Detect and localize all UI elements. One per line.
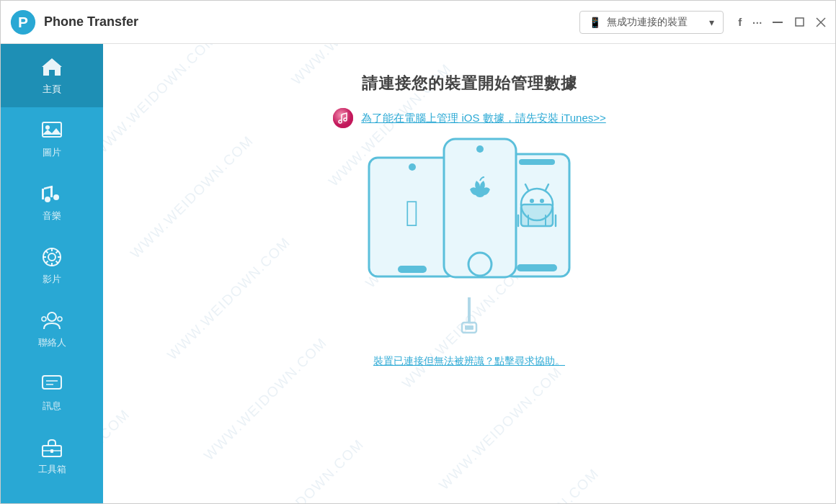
chevron-down-icon: ▾ [709,17,714,28]
sidebar-item-toolbox[interactable]: 工具箱 [1,424,103,487]
devices-illustration:  [365,150,573,283]
sidebar-label-videos: 影片 [43,273,61,286]
minimize-button[interactable] [772,17,783,28]
svg-line-20 [46,261,48,264]
facebook-icon[interactable]: f [738,16,742,28]
itunes-icon [332,107,354,129]
svg-point-49 [540,199,544,203]
sidebar-label-toolbox: 工具箱 [38,463,66,476]
itunes-link-row: 為了能在電腦上管理 iOS 數據，請先安裝 iTunes>> [332,107,606,129]
svg-rect-54 [468,297,471,323]
svg-point-13 [48,253,55,261]
sidebar-label-music: 音樂 [43,210,61,222]
content-area: WWW.WEIDOWN.COMWWW.WEIDOWN.COMWWW.WEIDOW… [103,44,835,503]
svg-rect-2 [773,22,783,23]
device-selector-label: 無成功連接的裝置 [607,16,688,29]
home-icon [40,55,63,78]
svg-point-48 [530,199,534,203]
photos-icon [40,119,63,142]
titlebar: P Phone Transfer 📱 無成功連接的裝置 ▾ f ··· [1,1,835,44]
sidebar-item-music[interactable]: 音樂 [1,171,103,234]
contacts-icon [40,309,63,332]
device-selector-phone-icon: 📱 [589,17,601,28]
svg-point-34 [409,163,416,171]
messages-icon [40,372,63,395]
sidebar: 主頁 圖片 音樂 [1,44,103,503]
svg-line-21 [56,251,58,253]
svg-point-32 [333,108,353,128]
main-layout: 主頁 圖片 音樂 [1,44,835,503]
svg-line-18 [46,251,48,253]
content-inner: 請連接您的裝置開始管理數據 [117,73,821,368]
sidebar-label-contacts: 聯絡人 [38,336,66,349]
app-title: Phone Transfer [44,14,579,30]
itunes-link[interactable]: 為了能在電腦上管理 iOS 數據，請先安裝 iTunes>> [361,112,606,125]
videos-icon [40,246,63,269]
svg-point-9 [53,194,59,200]
app-logo: P [9,9,37,36]
svg-point-22 [48,312,56,321]
svg-point-38 [476,145,484,153]
sidebar-label-messages: 訊息 [43,400,61,413]
usb-area [455,297,484,341]
toolbox-icon [40,436,63,459]
sidebar-item-messages[interactable]: 訊息 [1,361,103,424]
svg-text:P: P [18,13,28,30]
titlebar-actions: f ··· [738,14,827,30]
svg-point-23 [42,317,46,321]
svg-point-8 [45,197,50,202]
maximize-button[interactable] [793,17,805,28]
sidebar-item-home[interactable]: 主頁 [1,44,103,107]
ios-phone-device [441,136,519,283]
menu-dots-icon[interactable]: ··· [752,14,762,30]
music-icon [40,182,63,205]
svg-rect-11 [42,189,44,199]
svg-rect-42 [517,264,557,271]
sidebar-item-photos[interactable]: 圖片 [1,107,103,171]
svg-rect-10 [50,186,53,197]
close-button[interactable] [815,17,827,28]
svg-rect-41 [519,159,555,165]
svg-rect-25 [43,376,61,389]
device-selector[interactable]: 📱 無成功連接的裝置 ▾ [579,11,724,34]
help-link[interactable]: 裝置已連接但無法被辨識？點擊尋求協助。 [373,355,565,368]
app-window: P Phone Transfer 📱 無成功連接的裝置 ▾ f ··· [0,0,836,504]
svg-rect-56 [465,325,473,330]
sidebar-label-photos: 圖片 [43,146,61,159]
main-title: 請連接您的裝置開始管理數據 [362,73,577,94]
svg-rect-30 [50,449,53,453]
svg-line-19 [56,261,58,264]
sidebar-item-contacts[interactable]: 聯絡人 [1,297,103,361]
svg-text::  [406,192,419,234]
sidebar-label-home: 主頁 [43,83,61,96]
svg-rect-3 [796,18,804,26]
svg-rect-35 [398,266,427,273]
svg-rect-37 [444,139,516,277]
svg-point-24 [58,317,62,321]
svg-point-7 [45,125,50,130]
sidebar-item-videos[interactable]: 影片 [1,234,103,297]
svg-rect-44 [521,204,553,226]
